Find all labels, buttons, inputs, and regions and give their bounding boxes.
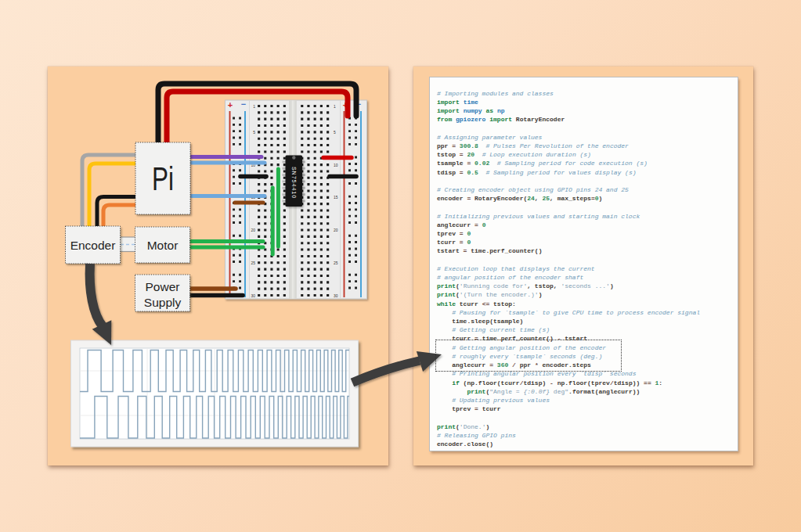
svg-text:30: 30 xyxy=(334,294,338,298)
svg-text:Motor: Motor xyxy=(147,239,179,252)
svg-text:20: 20 xyxy=(334,228,338,232)
svg-text:10: 10 xyxy=(334,164,338,167)
svg-text:5: 5 xyxy=(253,131,255,135)
svg-text:1: 1 xyxy=(253,105,255,109)
svg-text:−: − xyxy=(241,99,246,109)
svg-text:20: 20 xyxy=(251,228,256,232)
svg-text:1: 1 xyxy=(334,105,336,109)
svg-text:Pi: Pi xyxy=(152,160,174,197)
svg-text:Supply: Supply xyxy=(144,296,182,309)
svg-text:Encoder: Encoder xyxy=(70,239,116,252)
svg-text:15: 15 xyxy=(334,196,338,200)
svg-text:25: 25 xyxy=(334,261,338,265)
svg-text:SN754410: SN754410 xyxy=(290,167,298,199)
svg-text:5: 5 xyxy=(334,131,336,135)
svg-text:30: 30 xyxy=(251,294,256,298)
svg-text:Power: Power xyxy=(146,280,180,293)
svg-text:25: 25 xyxy=(251,261,256,265)
svg-text:+: + xyxy=(228,100,233,110)
